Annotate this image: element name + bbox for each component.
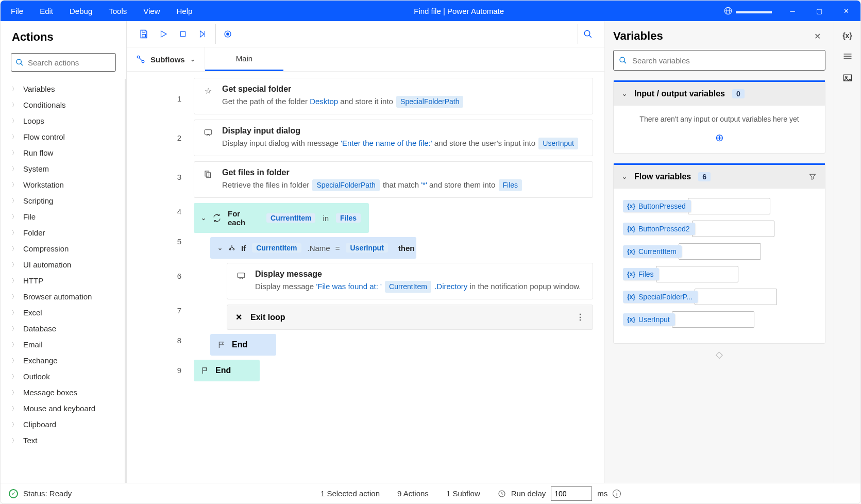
- menu-view[interactable]: View: [136, 4, 167, 19]
- folder-files-icon: [202, 168, 214, 191]
- ui-elements-rail-button[interactable]: [842, 51, 853, 61]
- run-button[interactable]: [154, 24, 173, 44]
- window-minimize[interactable]: ─: [781, 1, 804, 21]
- status-selected: 1 Selected action: [320, 489, 380, 498]
- search-variables-input[interactable]: [632, 56, 820, 65]
- cat-runflow[interactable]: 〉Run flow: [1, 145, 125, 161]
- io-vars-empty: There aren't any input or output variabl…: [623, 115, 816, 123]
- menu-debug[interactable]: Debug: [62, 4, 99, 19]
- dialog-icon: [202, 126, 214, 149]
- step-if[interactable]: ⌄ If CurrentItem .Name = UserInput then: [210, 237, 416, 259]
- clock-icon: [498, 490, 506, 498]
- chevron-down-icon: ⌄: [622, 90, 627, 97]
- cat-database[interactable]: 〉Database: [1, 321, 125, 337]
- add-io-variable-button[interactable]: ⊕: [623, 131, 816, 144]
- step-display-input-dialog[interactable]: Display input dialog Display input dialo…: [194, 120, 593, 156]
- more-icon[interactable]: ⋮: [576, 312, 584, 322]
- close-panel-button[interactable]: ✕: [809, 31, 825, 41]
- search-variables[interactable]: [613, 50, 825, 71]
- flow-var-files[interactable]: {x}Files: [623, 266, 816, 282]
- run-next-button[interactable]: [193, 24, 212, 44]
- cat-outlook[interactable]: 〉Outlook: [1, 368, 125, 384]
- window-title: Find file | Power Automate: [199, 7, 718, 15]
- actions-panel: Actions 〉Variables 〉Conditionals 〉Loops …: [1, 21, 127, 483]
- svg-rect-15: [238, 273, 245, 278]
- filter-icon[interactable]: [808, 173, 817, 181]
- action-categories[interactable]: 〉Variables 〉Conditionals 〉Loops 〉Flow co…: [1, 79, 126, 483]
- cat-email[interactable]: 〉Email: [1, 337, 125, 352]
- cat-compression[interactable]: 〉Compression: [1, 241, 125, 257]
- cat-excel[interactable]: 〉Excel: [1, 305, 125, 321]
- token-files: Files: [336, 213, 361, 223]
- variables-rail-button[interactable]: {x}: [842, 31, 852, 40]
- cat-loops[interactable]: 〉Loops: [1, 113, 125, 129]
- window-close[interactable]: ✕: [835, 1, 857, 21]
- cat-clipboard[interactable]: 〉Clipboard: [1, 416, 125, 432]
- flow-var-buttonpressed2[interactable]: {x}ButtonPressed2: [623, 221, 816, 237]
- step-end-foreach[interactable]: End: [194, 360, 260, 381]
- cat-workstation[interactable]: 〉Workstation: [1, 177, 125, 193]
- cat-text[interactable]: 〉Text: [1, 432, 125, 448]
- step-get-files-in-folder[interactable]: Get files in folder Retrieve the files i…: [194, 161, 593, 198]
- cat-folder[interactable]: 〉Folder: [1, 225, 125, 241]
- cat-variables[interactable]: 〉Variables: [1, 81, 125, 97]
- loop-icon: [212, 213, 222, 223]
- flow-vars-header[interactable]: ⌄ Flow variables 6: [614, 163, 825, 189]
- cat-http[interactable]: 〉HTTP: [1, 273, 125, 289]
- search-actions-input[interactable]: [28, 58, 126, 67]
- step-get-special-folder[interactable]: ☆ Get special folder Get the path of the…: [194, 78, 593, 114]
- menu-tools[interactable]: Tools: [102, 4, 134, 19]
- step-title: Display input dialog: [222, 126, 584, 136]
- step-exit-loop[interactable]: ✕ Exit loop ⋮: [227, 305, 593, 330]
- svg-point-13: [229, 248, 231, 250]
- svg-point-18: [845, 76, 847, 78]
- step-end-if[interactable]: End: [210, 334, 276, 356]
- flow-var-userinput[interactable]: {x}UserInput: [623, 311, 816, 328]
- cat-flowcontrol[interactable]: 〉Flow control: [1, 129, 125, 145]
- dialog-icon: [235, 270, 247, 293]
- cat-uiautomation[interactable]: 〉UI automation: [1, 257, 125, 273]
- tab-main[interactable]: Main: [205, 47, 284, 71]
- subflows-dropdown[interactable]: Subflows ⌄: [127, 47, 205, 71]
- flag-icon: [217, 341, 226, 349]
- io-vars-header[interactable]: ⌄ Input / output variables 0: [614, 80, 825, 106]
- save-button[interactable]: [134, 24, 154, 44]
- token-specialfolderpath: SpecialFolderPath: [396, 96, 463, 108]
- cat-exchange[interactable]: 〉Exchange: [1, 352, 125, 368]
- cat-browser[interactable]: 〉Browser automation: [1, 289, 125, 305]
- cat-system[interactable]: 〉System: [1, 161, 125, 177]
- menu-edit[interactable]: Edit: [32, 4, 60, 19]
- cat-file[interactable]: 〉File: [1, 209, 125, 225]
- cat-conditionals[interactable]: 〉Conditionals: [1, 97, 125, 113]
- svg-rect-3: [142, 35, 146, 37]
- menu-file[interactable]: File: [4, 4, 30, 19]
- right-rail: {x}: [834, 21, 860, 483]
- cat-messageboxes[interactable]: 〉Message boxes: [1, 384, 125, 400]
- title-bar: File Edit Debug Tools View Help Find fil…: [1, 1, 860, 21]
- record-button[interactable]: [215, 24, 235, 44]
- flow-var-specialfolder[interactable]: {x}SpecialFolderP...: [623, 289, 816, 305]
- token-files: Files: [499, 179, 522, 191]
- search-actions[interactable]: [11, 53, 116, 72]
- chevron-down-icon: ⌄: [201, 214, 206, 222]
- images-rail-button[interactable]: [842, 73, 853, 83]
- step-foreach[interactable]: ⌄ For each CurrentItem in Files: [194, 203, 369, 233]
- search-flow-button[interactable]: [578, 24, 597, 44]
- stop-button[interactable]: [173, 24, 193, 44]
- step-display-message[interactable]: Display message Display message 'File wa…: [227, 263, 593, 299]
- cat-mousekeyboard[interactable]: 〉Mouse and keyboard: [1, 400, 125, 416]
- clear-vars-button[interactable]: ◇: [613, 344, 825, 360]
- window-maximize[interactable]: ▢: [808, 1, 831, 21]
- status-label: Status: Ready: [23, 489, 72, 498]
- menu-help[interactable]: Help: [170, 4, 200, 19]
- run-delay-input[interactable]: [551, 486, 592, 501]
- cat-scripting[interactable]: 〉Scripting: [1, 193, 125, 209]
- environment-picker[interactable]: ▬▬▬▬▬: [718, 6, 777, 15]
- flow-var-buttonpressed[interactable]: {x}ButtonPressed: [623, 198, 816, 214]
- branch-icon: [228, 244, 236, 252]
- flag-icon: [201, 366, 209, 375]
- token-currentitem: CurrentItem: [266, 213, 315, 223]
- token-currentitem: CurrentItem: [385, 281, 431, 293]
- info-icon[interactable]: i: [613, 490, 621, 498]
- flow-var-currentitem[interactable]: {x}CurrentItem: [623, 243, 816, 260]
